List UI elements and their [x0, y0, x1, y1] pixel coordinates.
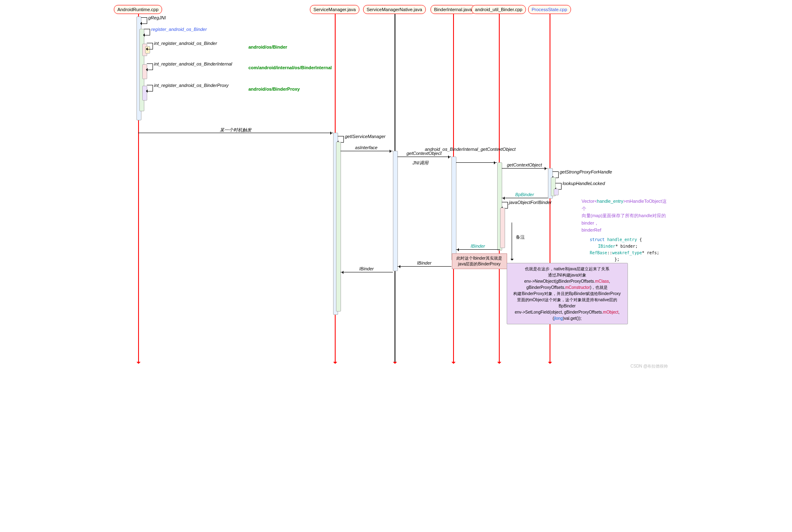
call-lookup: lookupHandleLocked — [563, 181, 605, 186]
call-int1: int_register_android_os_Binder — [154, 41, 217, 46]
call-int3: int_register_android_os_BinderProxy — [154, 83, 229, 88]
label-jni: JNI调用 — [413, 160, 429, 166]
msg-trigger: 某一个时机触发 — [138, 133, 333, 133]
head-servicemanagernative: ServiceManagerNative.java — [363, 5, 426, 14]
act-ps3 — [554, 189, 559, 195]
call-asinterface: asInterface — [341, 145, 392, 150]
ret-ibinder3: IBinder — [341, 266, 393, 271]
call-gregjni: gRegJNI — [148, 15, 166, 20]
note-pink: 此时这个Ibinder其实就是 java层面的BinderProxy — [452, 253, 507, 269]
head-androidruntime: AndroidRuntime.cpp — [114, 5, 162, 14]
link-remark — [512, 223, 512, 260]
act-aub2 — [500, 208, 505, 248]
call-getcontext2: getContextObject — [502, 162, 548, 167]
call-strong: getStrongProxyForHandle — [560, 169, 612, 174]
act-sm2 — [336, 142, 341, 312]
ret-bpbinder: BpBinder — [502, 192, 548, 197]
note-jni: 也就是在这步，native和java层建立起来了关系 通过JNI构建java对象… — [507, 263, 628, 324]
head-processstate: ProcessState.cpp — [528, 5, 571, 14]
head-servicemanager: ServiceManager.java — [310, 5, 360, 14]
ann2: com/android/internal/os/BinderInternal — [249, 65, 332, 70]
ret-ibinder1: IBinder — [456, 244, 500, 248]
watermark: CSDN @布拉德很帅 — [630, 363, 668, 369]
label-long: android_os_BinderInternal_getContextObje… — [425, 147, 516, 152]
ann1: android/os/Binder — [249, 45, 287, 49]
call-int2: int_register_android_os_BinderInternal — [154, 61, 233, 66]
ret-ibinder2: IBinder — [397, 260, 451, 265]
call-getsm: getIServiceManager — [345, 134, 385, 139]
call-register: register_android_os_Binder — [151, 27, 207, 32]
sequence-diagram: AndroidRuntime.cpp ServiceManager.java S… — [120, 0, 672, 371]
head-binderinternal: BinderInternal.java — [430, 5, 476, 14]
act-smn — [393, 151, 398, 271]
call-jofb: javaObjectForIBinder — [509, 200, 552, 205]
label-remark: 备注 — [516, 234, 525, 240]
ann3: android/os/BinderProxy — [249, 87, 300, 91]
note-vector: Vector<handle_entry>mHandleToObject这个 向量… — [582, 198, 668, 263]
head-android-util-binder: android_util_Binder.cpp — [471, 5, 526, 14]
